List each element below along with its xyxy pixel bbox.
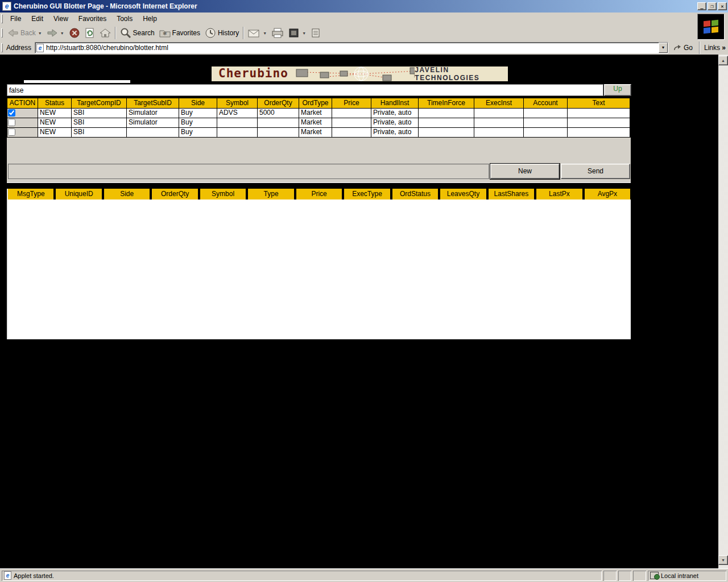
new-button[interactable]: New [490, 164, 560, 179]
close-button[interactable]: ✕ [718, 2, 727, 10]
menu-view[interactable]: View [48, 13, 73, 24]
vertical-scrollbar[interactable]: ▲ ▼ [718, 55, 728, 568]
address-combo[interactable]: e http://stuartb:8080/cherubino/blotter.… [35, 42, 668, 53]
orders-column-header-execinst[interactable]: ExecInst [474, 98, 524, 109]
order-cell-side: Buy [179, 128, 217, 138]
stop-button[interactable] [67, 26, 82, 40]
order-cell-side: Buy [179, 109, 217, 118]
address-bar: Address e http://stuartb:8080/cherubino/… [0, 41, 728, 55]
orders-column-header-handlinst[interactable]: HandlInst [371, 98, 419, 109]
executions-column-header-type[interactable]: Type [248, 189, 293, 199]
drag-grip[interactable] [1, 28, 3, 38]
executions-column-header-price[interactable]: Price [296, 189, 342, 199]
links-bar[interactable]: Links » [702, 44, 728, 52]
menu-tools[interactable]: Tools [111, 13, 138, 24]
row-select-checkbox[interactable] [8, 119, 15, 126]
order-cell-price [332, 118, 371, 128]
menu-favorites[interactable]: Favorites [73, 13, 111, 24]
drag-grip[interactable] [1, 14, 3, 23]
orders-column-header-targetsubid[interactable]: TargetSubID [127, 98, 179, 109]
order-cell-ordtype: Market [299, 118, 332, 128]
order-cell-timeinforce [419, 109, 474, 118]
order-cell-execinst [474, 128, 524, 138]
orders-column-header-account[interactable]: Account [524, 98, 568, 109]
links-chevron-icon[interactable]: » [722, 44, 726, 52]
local-intranet-icon [650, 572, 659, 579]
executions-column-header-msgtype[interactable]: MsgType [8, 189, 53, 199]
orders-column-header-orderqty[interactable]: OrderQty [258, 98, 299, 109]
executions-column-header-uniqueid[interactable]: UniqueID [56, 189, 101, 199]
discuss-button[interactable] [308, 26, 323, 40]
orders-column-header-timeinforce[interactable]: TimeInForce [419, 98, 474, 109]
windows-logo-throbber [697, 14, 725, 40]
status-pane [603, 571, 617, 581]
orders-column-header-price[interactable]: Price [332, 98, 371, 109]
search-button[interactable]: Search [118, 26, 157, 40]
order-cell-handlinst: Private, auto [371, 118, 419, 128]
executions-column-header-ordstatus[interactable]: OrdStatus [392, 189, 438, 199]
home-button[interactable] [97, 26, 113, 40]
menu-file[interactable]: File [5, 13, 26, 24]
scroll-up-button[interactable]: ▲ [718, 56, 728, 65]
executions-table: MsgTypeUniqueIDSideOrderQtySymbolTypePri… [7, 189, 631, 339]
executions-column-header-lastpx[interactable]: LastPx [536, 189, 582, 199]
history-button[interactable]: History [202, 26, 241, 40]
row-select-checkbox[interactable] [8, 128, 15, 136]
discuss-icon [311, 28, 321, 38]
executions-column-header-avgpx[interactable]: AvgPx [585, 189, 630, 199]
minimize-button[interactable]: _ [697, 2, 706, 10]
up-button[interactable]: Up [604, 84, 631, 96]
executions-column-header-side[interactable]: Side [104, 189, 150, 199]
filter-input[interactable] [7, 84, 603, 96]
executions-column-header-orderqty[interactable]: OrderQty [152, 189, 197, 199]
action-cell [7, 128, 38, 138]
menu-help[interactable]: Help [138, 13, 162, 24]
window-title: Cherubino GUI Blotter Page - Microsoft I… [14, 2, 197, 10]
executions-column-header-lastshares[interactable]: LastShares [489, 189, 534, 199]
order-cell-side: Buy [179, 118, 217, 128]
status-pane [618, 571, 631, 581]
orders-column-header-action[interactable]: ACTION [7, 98, 38, 109]
back-button[interactable]: Back▼ [5, 26, 44, 40]
orders-table: ACTIONStatusTargetCompIDTargetSubIDSideS… [7, 98, 631, 138]
go-button[interactable]: Go [668, 41, 697, 54]
row-select-checkbox[interactable] [8, 109, 15, 117]
orders-column-header-text[interactable]: Text [568, 98, 630, 109]
address-dropdown-button[interactable]: ▼ [659, 43, 668, 53]
menu-edit[interactable]: Edit [26, 13, 48, 24]
order-cell-orderqty [258, 128, 299, 138]
edit-button[interactable]: ▼ [286, 26, 308, 40]
orders-column-header-symbol[interactable]: Symbol [217, 98, 258, 109]
executions-column-header-symbol[interactable]: Symbol [200, 189, 246, 199]
restore-button[interactable]: ❐ [708, 2, 717, 10]
ie-page-icon: e [36, 44, 44, 52]
send-button[interactable]: Send [561, 164, 630, 179]
orders-column-header-targetcompid[interactable]: TargetCompID [72, 98, 127, 109]
address-label: Address [5, 44, 35, 52]
favorites-button[interactable]: ✱ Favorites [157, 26, 202, 40]
forward-button[interactable]: ▼ [44, 26, 67, 40]
message-field[interactable] [8, 164, 489, 179]
security-zone-pane: Local intranet [648, 571, 726, 581]
javelin-technologies-label: JAVELIN TECHNOLOGIES [415, 66, 508, 82]
executions-column-header-exectype[interactable]: ExecType [344, 189, 390, 199]
print-button[interactable] [269, 26, 286, 40]
orders-column-header-side[interactable]: Side [179, 98, 217, 109]
order-cell-handlinst: Private, auto [371, 128, 419, 138]
order-cell-account [524, 109, 568, 118]
refresh-button[interactable] [82, 26, 97, 40]
order-cell-text [568, 118, 630, 128]
executions-column-header-leavesqty[interactable]: LeavesQty [440, 189, 486, 199]
address-url[interactable]: http://stuartb:8080/cherubino/blotter.ht… [46, 44, 168, 52]
orders-column-header-ordtype[interactable]: OrdType [299, 98, 332, 109]
mail-button[interactable]: ▼ [246, 26, 269, 40]
order-cell-price [332, 109, 371, 118]
search-icon [120, 27, 131, 39]
standard-toolbar: Back▼ ▼ Search ✱ Favorites History ▼ ▼ [0, 25, 728, 41]
scroll-down-button[interactable]: ▼ [718, 555, 728, 565]
drag-grip[interactable] [1, 43, 3, 52]
orders-column-header-status[interactable]: Status [38, 98, 72, 109]
status-text: Applet started. [14, 572, 54, 579]
order-cell-symbol: ADVS [217, 109, 258, 118]
ie-app-icon: e [2, 2, 11, 11]
